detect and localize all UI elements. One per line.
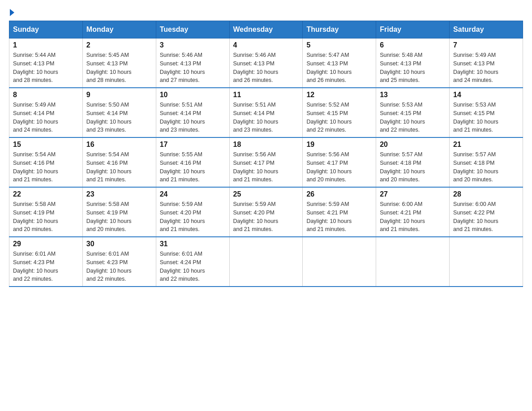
day-info: Sunrise: 5:47 AMSunset: 4:13 PMDaylight:… [306, 51, 372, 85]
day-number: 8 [13, 91, 79, 99]
day-number: 4 [233, 41, 299, 49]
day-number: 29 [13, 240, 79, 248]
day-number: 20 [380, 141, 446, 149]
day-number: 22 [13, 190, 79, 198]
day-number: 25 [233, 190, 299, 198]
day-info: Sunrise: 5:57 AMSunset: 4:18 PMDaylight:… [453, 150, 519, 184]
calendar-day-cell: 1Sunrise: 5:44 AMSunset: 4:13 PMDaylight… [9, 39, 83, 88]
day-number: 18 [233, 141, 299, 149]
day-number: 17 [160, 141, 226, 149]
day-number: 13 [380, 91, 446, 99]
day-number: 16 [86, 141, 152, 149]
weekday-header-friday: Friday [376, 21, 450, 39]
calendar-day-cell: 10Sunrise: 5:51 AMSunset: 4:14 PMDayligh… [156, 88, 229, 137]
weekday-header-monday: Monday [82, 21, 156, 39]
calendar-day-cell: 18Sunrise: 5:56 AMSunset: 4:17 PMDayligh… [229, 137, 303, 187]
day-info: Sunrise: 5:58 AMSunset: 4:19 PMDaylight:… [86, 200, 152, 234]
calendar-day-cell: 17Sunrise: 5:55 AMSunset: 4:16 PMDayligh… [156, 137, 229, 187]
calendar-day-cell: 31Sunrise: 6:01 AMSunset: 4:24 PMDayligh… [156, 237, 229, 287]
day-number: 7 [453, 41, 519, 49]
calendar-day-cell: 25Sunrise: 5:59 AMSunset: 4:20 PMDayligh… [229, 187, 303, 237]
calendar-day-cell: 7Sunrise: 5:49 AMSunset: 4:13 PMDaylight… [450, 39, 523, 88]
day-number: 31 [160, 240, 226, 248]
calendar-week-row: 8Sunrise: 5:49 AMSunset: 4:14 PMDaylight… [9, 88, 523, 137]
day-info: Sunrise: 5:55 AMSunset: 4:16 PMDaylight:… [160, 150, 226, 184]
day-number: 6 [380, 41, 446, 49]
calendar-day-cell: 19Sunrise: 5:56 AMSunset: 4:17 PMDayligh… [303, 137, 376, 187]
calendar-day-cell: 26Sunrise: 5:59 AMSunset: 4:21 PMDayligh… [303, 187, 376, 237]
calendar-week-row: 1Sunrise: 5:44 AMSunset: 4:13 PMDaylight… [9, 39, 523, 88]
calendar-week-row: 29Sunrise: 6:01 AMSunset: 4:23 PMDayligh… [9, 237, 523, 287]
calendar-day-cell: 2Sunrise: 5:45 AMSunset: 4:13 PMDaylight… [82, 39, 156, 88]
day-info: Sunrise: 5:52 AMSunset: 4:15 PMDaylight:… [306, 101, 372, 134]
day-number: 28 [453, 190, 519, 198]
day-info: Sunrise: 5:59 AMSunset: 4:21 PMDaylight:… [306, 200, 372, 234]
calendar-day-cell [303, 237, 376, 287]
day-number: 24 [160, 190, 226, 198]
calendar-day-cell: 15Sunrise: 5:54 AMSunset: 4:16 PMDayligh… [9, 137, 83, 187]
calendar-day-cell: 27Sunrise: 6:00 AMSunset: 4:21 PMDayligh… [376, 187, 450, 237]
calendar-day-cell: 4Sunrise: 5:46 AMSunset: 4:13 PMDaylight… [229, 39, 303, 88]
calendar-day-cell: 14Sunrise: 5:53 AMSunset: 4:15 PMDayligh… [450, 88, 523, 137]
calendar-table: SundayMondayTuesdayWednesdayThursdayFrid… [9, 21, 523, 287]
calendar-day-cell: 8Sunrise: 5:49 AMSunset: 4:14 PMDaylight… [9, 88, 83, 137]
day-info: Sunrise: 5:54 AMSunset: 4:16 PMDaylight:… [13, 150, 79, 184]
day-info: Sunrise: 5:46 AMSunset: 4:13 PMDaylight:… [160, 51, 226, 85]
day-info: Sunrise: 5:49 AMSunset: 4:13 PMDaylight:… [453, 51, 519, 85]
calendar-day-cell: 28Sunrise: 6:00 AMSunset: 4:22 PMDayligh… [450, 187, 523, 237]
logo-triangle-icon [10, 9, 14, 16]
day-info: Sunrise: 5:51 AMSunset: 4:14 PMDaylight:… [233, 101, 299, 134]
day-number: 3 [160, 41, 226, 49]
day-info: Sunrise: 5:57 AMSunset: 4:18 PMDaylight:… [380, 150, 446, 184]
day-info: Sunrise: 5:58 AMSunset: 4:19 PMDaylight:… [13, 200, 79, 234]
day-number: 19 [306, 141, 372, 149]
day-number: 11 [233, 91, 299, 99]
weekday-header-row: SundayMondayTuesdayWednesdayThursdayFrid… [9, 21, 523, 39]
day-info: Sunrise: 5:50 AMSunset: 4:14 PMDaylight:… [86, 101, 152, 134]
calendar-day-cell: 9Sunrise: 5:50 AMSunset: 4:14 PMDaylight… [82, 88, 156, 137]
calendar-day-cell: 11Sunrise: 5:51 AMSunset: 4:14 PMDayligh… [229, 88, 303, 137]
day-info: Sunrise: 6:01 AMSunset: 4:24 PMDaylight:… [160, 250, 226, 283]
day-info: Sunrise: 6:01 AMSunset: 4:23 PMDaylight:… [86, 250, 152, 283]
calendar-day-cell [376, 237, 450, 287]
weekday-header-sunday: Sunday [9, 21, 83, 39]
weekday-header-thursday: Thursday [303, 21, 376, 39]
day-info: Sunrise: 6:01 AMSunset: 4:23 PMDaylight:… [13, 250, 79, 283]
day-number: 26 [306, 190, 372, 198]
calendar-day-cell: 6Sunrise: 5:48 AMSunset: 4:13 PMDaylight… [376, 39, 450, 88]
day-number: 14 [453, 91, 519, 99]
day-number: 15 [13, 141, 79, 149]
calendar-day-cell [450, 237, 523, 287]
day-info: Sunrise: 5:45 AMSunset: 4:13 PMDaylight:… [86, 51, 152, 85]
day-info: Sunrise: 5:54 AMSunset: 4:16 PMDaylight:… [86, 150, 152, 184]
calendar-day-cell: 29Sunrise: 6:01 AMSunset: 4:23 PMDayligh… [9, 237, 83, 287]
calendar-day-cell: 20Sunrise: 5:57 AMSunset: 4:18 PMDayligh… [376, 137, 450, 187]
day-info: Sunrise: 5:59 AMSunset: 4:20 PMDaylight:… [160, 200, 226, 234]
day-number: 12 [306, 91, 372, 99]
day-info: Sunrise: 5:51 AMSunset: 4:14 PMDaylight:… [160, 101, 226, 134]
day-number: 23 [86, 190, 152, 198]
calendar-day-cell [229, 237, 303, 287]
calendar-day-cell: 12Sunrise: 5:52 AMSunset: 4:15 PMDayligh… [303, 88, 376, 137]
day-info: Sunrise: 5:56 AMSunset: 4:17 PMDaylight:… [306, 150, 372, 184]
calendar-day-cell: 30Sunrise: 6:01 AMSunset: 4:23 PMDayligh… [82, 237, 156, 287]
day-number: 27 [380, 190, 446, 198]
day-info: Sunrise: 5:49 AMSunset: 4:14 PMDaylight:… [13, 101, 79, 134]
day-number: 10 [160, 91, 226, 99]
calendar-week-row: 15Sunrise: 5:54 AMSunset: 4:16 PMDayligh… [9, 137, 523, 187]
calendar-day-cell: 13Sunrise: 5:53 AMSunset: 4:15 PMDayligh… [376, 88, 450, 137]
day-info: Sunrise: 5:53 AMSunset: 4:15 PMDaylight:… [453, 101, 519, 134]
calendar-day-cell: 16Sunrise: 5:54 AMSunset: 4:16 PMDayligh… [82, 137, 156, 187]
day-number: 5 [306, 41, 372, 49]
day-number: 30 [86, 240, 152, 248]
logo [9, 9, 14, 16]
weekday-header-saturday: Saturday [450, 21, 523, 39]
day-info: Sunrise: 6:00 AMSunset: 4:21 PMDaylight:… [380, 200, 446, 234]
day-number: 21 [453, 141, 519, 149]
day-info: Sunrise: 5:44 AMSunset: 4:13 PMDaylight:… [13, 51, 79, 85]
calendar-day-cell: 3Sunrise: 5:46 AMSunset: 4:13 PMDaylight… [156, 39, 229, 88]
day-number: 2 [86, 41, 152, 49]
day-info: Sunrise: 5:59 AMSunset: 4:20 PMDaylight:… [233, 200, 299, 234]
weekday-header-wednesday: Wednesday [229, 21, 303, 39]
calendar-week-row: 22Sunrise: 5:58 AMSunset: 4:19 PMDayligh… [9, 187, 523, 237]
